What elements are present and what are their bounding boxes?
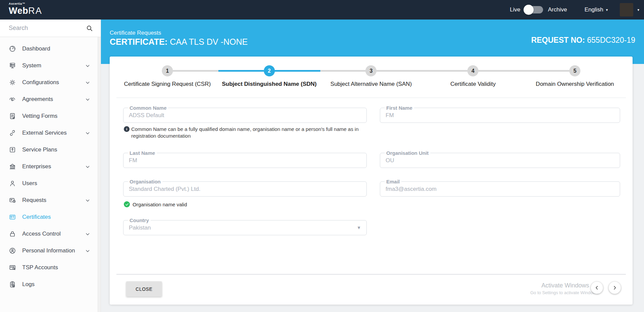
sidebar-item-tsp-accounts[interactable]: TSP Accounts [0,259,98,276]
gear-icon [9,79,16,86]
last-name-field[interactable]: Last Name FM [123,153,367,168]
first-name-value: FM [386,108,394,123]
live-label: Live [510,6,520,13]
chevron-down-icon[interactable] [85,63,90,68]
step-label: Certificate Signing Request (CSR) [124,81,211,88]
sidebar-scrollbar[interactable] [98,37,101,312]
sidebar-item-access-control[interactable]: Access Control [0,226,98,242]
chevron-down-icon[interactable] [85,248,90,253]
chevron-down-icon: ▾ [606,8,608,12]
step-label: Subject Distinguished Name (SDN) [222,81,316,88]
language-label: English [584,6,603,13]
server-icon [9,62,16,69]
stepper-divider [116,98,626,98]
chevron-down-icon[interactable] [85,131,90,136]
next-step-button[interactable] [609,282,621,294]
user-menu-chevron-icon[interactable]: ▾ [637,8,639,12]
organisation-valid-note: Organisation name valid [124,201,187,207]
hint-text: Common Name can be a fully qualified dom… [131,126,359,139]
sidebar-item-label: External Services [22,130,67,136]
sidebar-item-dashboard[interactable]: Dashboard [0,40,98,57]
user-avatar[interactable] [620,3,633,16]
step-number: 5 [569,65,580,76]
sidebar-item-service-plans[interactable]: Service Plans [0,141,98,158]
country-select[interactable]: Country Pakistan ▼ [123,220,367,235]
sidebar-item-label: TSP Accounts [22,264,58,271]
id-search-icon [9,264,16,271]
valid-text: Organisation name valid [133,202,187,207]
sidebar-item-label: Enterprises [22,163,51,170]
step-label: Domain Ownership Verification [536,81,614,88]
step-san[interactable]: 3 Subject Alternative Name (SAN) [320,65,422,88]
webra-app: Ascertia™ WebRA Live Archive English ▾ ▾ [0,0,644,312]
select-caret-icon[interactable]: ▼ [357,220,361,235]
certificate-request-card: 1 Certificate Signing Request (CSR) 2 Su… [110,57,633,305]
link-icon [9,129,16,137]
common-name-value: ADSS Default [129,108,164,123]
sidebar-item-enterprises[interactable]: Enterprises [0,158,98,175]
sidebar-search [0,20,101,37]
chevron-down-icon[interactable] [85,164,90,169]
toggle-knob[interactable] [524,5,534,15]
sidebar-item-label: Configurations [22,79,59,86]
step-label: Certificate Validity [450,81,496,88]
organisation-field[interactable]: Organisation Standard Charted (Pvt.) Ltd… [123,181,367,197]
watermark-line2: Go to Settings to activate Windows. [530,290,599,295]
activate-windows-watermark: Activate Windows Go to Settings to activ… [530,282,599,295]
live-archive-toggle[interactable] [524,6,543,13]
archive-label: Archive [548,6,567,13]
country-value: Pakistan [129,220,151,235]
organisation-unit-field[interactable]: Organisation Unit OU [380,153,620,168]
email-value: fma3@ascertia.com [386,182,436,196]
sidebar-item-users[interactable]: Users [0,175,98,192]
step-validity[interactable]: 4 Certificate Validity [422,65,524,88]
step-csr[interactable]: 1 Certificate Signing Request (CSR) [116,65,218,88]
previous-step-button[interactable] [591,282,603,294]
common-name-field[interactable]: Common Name ADSS Default [123,108,367,123]
organisation-value: Standard Charted (Pvt.) Ltd. [129,182,201,196]
close-button[interactable]: CLOSE [126,281,162,297]
step-number: 4 [467,65,478,76]
sidebar-item-label: Agreements [22,96,53,103]
sidebar-menu: Dashboard System Configurations Agreemen… [0,40,98,293]
chevron-down-icon[interactable] [85,232,90,237]
step-number: 3 [365,65,377,76]
card-clock-icon [9,197,16,204]
sidebar-item-agreements[interactable]: Agreements [0,91,98,108]
sidebar-item-requests[interactable]: Requests [0,192,98,209]
first-name-field[interactable]: First Name FM [380,108,620,123]
sidebar-item-personal-information[interactable]: Personal Information [0,242,98,259]
search-icon[interactable] [86,25,93,33]
webra-brand: WebRA [9,6,42,16]
sidebar-item-label: System [22,62,41,69]
sidebar-item-label: Personal Information [22,247,75,254]
chevron-down-icon[interactable] [85,80,90,85]
sidebar-item-configurations[interactable]: Configurations [0,74,98,91]
step-domain-verification[interactable]: 5 Domain Ownership Verification [524,65,626,88]
person-circle-icon [9,247,16,254]
footer-divider [116,274,626,275]
step-sdn[interactable]: 2 Subject Distinguished Name (SDN) [218,65,320,88]
navbar-right-cluster: Live Archive English ▾ ▾ [510,0,639,20]
sidebar-item-label: Users [22,180,37,187]
sidebar-item-label: Dashboard [22,45,50,52]
search-input[interactable] [9,20,83,36]
ascertia-brand: Ascertia™ [9,2,42,5]
sidebar-item-logs[interactable]: Logs [0,276,98,293]
language-dropdown[interactable]: English ▾ [584,6,608,13]
webra-logo[interactable]: Ascertia™ WebRA [9,2,42,15]
sidebar-item-label: Requests [22,197,46,204]
sidebar-item-certificates[interactable]: Certificates [0,209,98,226]
chevron-down-icon[interactable] [85,198,90,203]
email-field[interactable]: Email fma3@ascertia.com [380,181,620,197]
certificate-icon [9,213,16,221]
request-number: REQUEST NO: 655DC320-19 [531,36,635,45]
sidebar-item-vetting-forms[interactable]: Vetting Forms [0,108,98,125]
chevron-right-icon [612,285,617,290]
chevron-down-icon[interactable] [85,97,90,102]
organisation-unit-value: OU [386,153,394,168]
wizard-stepper: 1 Certificate Signing Request (CSR) 2 Su… [116,65,626,88]
sidebar-item-system[interactable]: System [0,57,98,74]
page-title: CERTIFICATE: CAA TLS DV -NONE [110,37,248,47]
sidebar-item-external-services[interactable]: External Services [0,125,98,141]
